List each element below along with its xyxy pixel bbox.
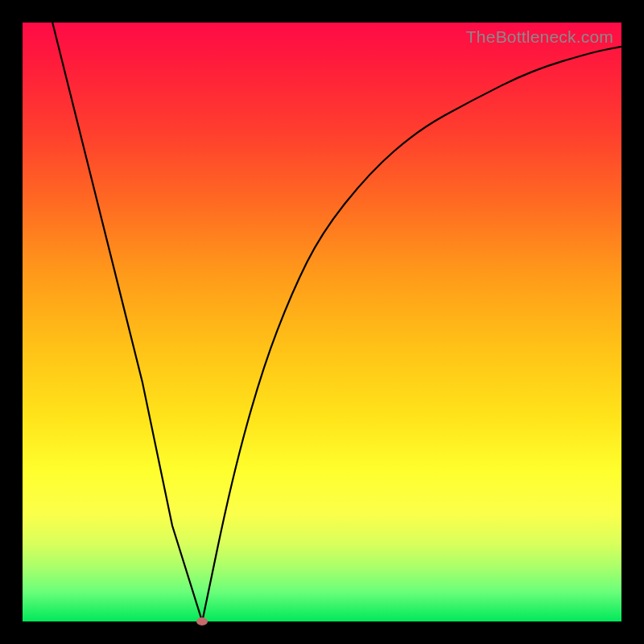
optimal-point-marker [196,617,208,625]
chart-frame: TheBottleneck.com [0,0,644,644]
bottleneck-curve [23,23,621,621]
watermark-text: TheBottleneck.com [466,27,613,47]
plot-area: TheBottleneck.com [23,23,621,621]
